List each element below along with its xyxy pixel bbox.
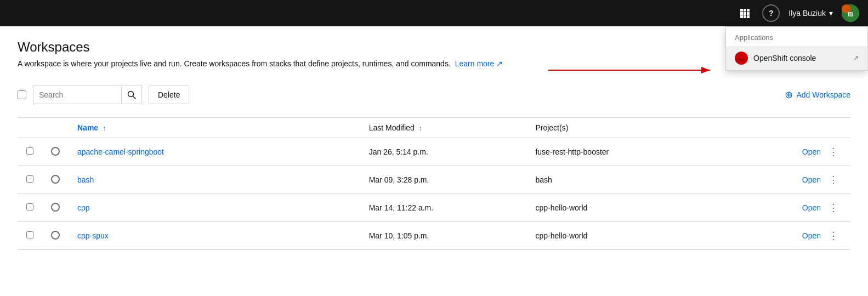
svg-rect-1 [744, 9, 746, 12]
workspaces-table: Name ↑ Last Modified ↕ Project(s) [18, 117, 850, 250]
row-actions: Open ⋮ [785, 229, 842, 243]
search-field-wrapper [33, 86, 142, 104]
header-status-col [42, 118, 69, 138]
row-status-cell [42, 194, 69, 222]
avatar[interactable]: IB [842, 4, 859, 22]
table-header: Name ↑ Last Modified ↕ Project(s) [18, 118, 850, 138]
row-checkbox-cell [18, 138, 42, 166]
header-checkbox-col [18, 118, 42, 138]
dropdown-chevron: ▾ [829, 9, 833, 18]
row-modified-cell: Jan 26, 5:14 p.m. [360, 138, 527, 166]
row-name-cell: cpp-spux [69, 222, 360, 250]
external-link-icon: ↗ [496, 59, 503, 68]
row-projects-cell: cpp-hello-world [526, 194, 776, 222]
open-workspace-link[interactable]: Open [802, 203, 821, 212]
svg-rect-0 [740, 9, 743, 12]
search-input[interactable] [33, 87, 121, 103]
svg-rect-2 [747, 9, 750, 12]
status-icon [51, 231, 60, 240]
row-actions: Open ⋮ [785, 145, 842, 159]
kebab-menu-button[interactable]: ⋮ [825, 173, 842, 187]
add-icon: ⊕ [785, 89, 793, 101]
add-workspace-label: Add Workspace [796, 90, 850, 99]
row-modified-cell: Mar 10, 1:05 p.m. [360, 222, 527, 250]
header-actions-col [776, 118, 850, 138]
status-icon [51, 203, 60, 212]
kebab-menu-button[interactable]: ⋮ [825, 145, 842, 159]
workspace-name-link[interactable]: bash [77, 175, 94, 184]
sort-asc-icon: ↑ [103, 124, 106, 132]
svg-rect-7 [744, 15, 746, 18]
row-status-cell [42, 138, 69, 166]
row-checkbox[interactable] [26, 231, 33, 238]
row-checkbox-cell [18, 166, 42, 194]
row-name-cell: apache-camel-springboot [69, 138, 360, 166]
row-checkbox[interactable] [26, 175, 33, 183]
delete-button[interactable]: Delete [149, 86, 189, 104]
row-name-cell: cpp [69, 194, 360, 222]
svg-text:IB: IB [848, 12, 853, 18]
svg-line-17 [133, 96, 136, 99]
select-all-checkbox[interactable] [18, 90, 26, 99]
row-checkbox-cell [18, 222, 42, 250]
apps-icon[interactable] [736, 4, 753, 22]
workspace-name-link[interactable]: cpp [77, 203, 90, 212]
svg-rect-3 [740, 12, 743, 15]
name-sort-button[interactable]: Name [77, 123, 98, 132]
row-name-cell: bash [69, 166, 360, 194]
search-icon [127, 90, 136, 99]
row-projects-cell: cpp-hello-world [526, 222, 776, 250]
redhat-logo-icon [735, 52, 748, 65]
status-icon [51, 147, 60, 156]
row-checkbox-cell [18, 194, 42, 222]
applications-dropdown: Applications OpenShift console ↗ [725, 26, 868, 71]
row-checkbox[interactable] [26, 147, 33, 155]
row-projects-cell: fuse-rest-http-booster [526, 138, 776, 166]
search-button[interactable] [121, 86, 141, 104]
row-actions-cell: Open ⋮ [776, 222, 850, 250]
kebab-menu-button[interactable]: ⋮ [825, 229, 842, 243]
add-workspace-button[interactable]: ⊕ Add Workspace [785, 89, 850, 101]
openshift-console-item[interactable]: OpenShift console ↗ [726, 46, 867, 70]
help-icon[interactable]: ? [762, 4, 780, 22]
dropdown-section-title: Applications [726, 27, 867, 46]
openshift-console-label: OpenShift console [753, 54, 816, 62]
learn-more-link[interactable]: Learn more ↗ [455, 59, 503, 68]
table-row: bash Mar 09, 3:28 p.m. bash Open ⋮ [18, 166, 850, 194]
header-projects-col: Project(s) [526, 118, 776, 138]
row-actions: Open ⋮ [785, 173, 842, 187]
row-modified-cell: Mar 09, 3:28 p.m. [360, 166, 527, 194]
table-body: apache-camel-springboot Jan 26, 5:14 p.m… [18, 138, 850, 250]
row-actions-cell: Open ⋮ [776, 194, 850, 222]
username-label: Ilya Buziuk [788, 9, 826, 18]
toolbar: Delete ⊕ Add Workspace [18, 81, 850, 109]
svg-rect-5 [747, 12, 750, 15]
header-modified-col[interactable]: Last Modified ↕ [360, 118, 527, 138]
table-row: apache-camel-springboot Jan 26, 5:14 p.m… [18, 138, 850, 166]
row-projects-cell: bash [526, 166, 776, 194]
open-workspace-link[interactable]: Open [802, 147, 821, 156]
row-status-cell [42, 222, 69, 250]
table-row: cpp-spux Mar 10, 1:05 p.m. cpp-hello-wor… [18, 222, 850, 250]
navbar-right: ? Ilya Buziuk ▾ IB [736, 4, 859, 22]
user-menu[interactable]: Ilya Buziuk ▾ [788, 9, 833, 18]
svg-rect-4 [744, 12, 746, 15]
workspace-name-link[interactable]: cpp-spux [77, 231, 109, 240]
open-workspace-link[interactable]: Open [802, 175, 821, 184]
status-icon [51, 175, 60, 184]
row-actions-cell: Open ⋮ [776, 138, 850, 166]
navbar: ? Ilya Buziuk ▾ IB Applications [0, 0, 868, 26]
open-workspace-link[interactable]: Open [802, 231, 821, 240]
header-name-col[interactable]: Name ↑ [69, 118, 360, 138]
workspace-name-link[interactable]: apache-camel-springboot [77, 147, 164, 156]
svg-rect-6 [740, 15, 743, 18]
row-actions: Open ⋮ [785, 201, 842, 215]
kebab-menu-button[interactable]: ⋮ [825, 201, 842, 215]
row-modified-cell: Mar 14, 11:22 a.m. [360, 194, 527, 222]
table-row: cpp Mar 14, 11:22 a.m. cpp-hello-world O… [18, 194, 850, 222]
row-status-cell [42, 166, 69, 194]
external-link-icon: ↗ [853, 54, 859, 62]
row-checkbox[interactable] [26, 203, 33, 210]
row-actions-cell: Open ⋮ [776, 166, 850, 194]
sort-neutral-icon: ↕ [419, 124, 422, 132]
